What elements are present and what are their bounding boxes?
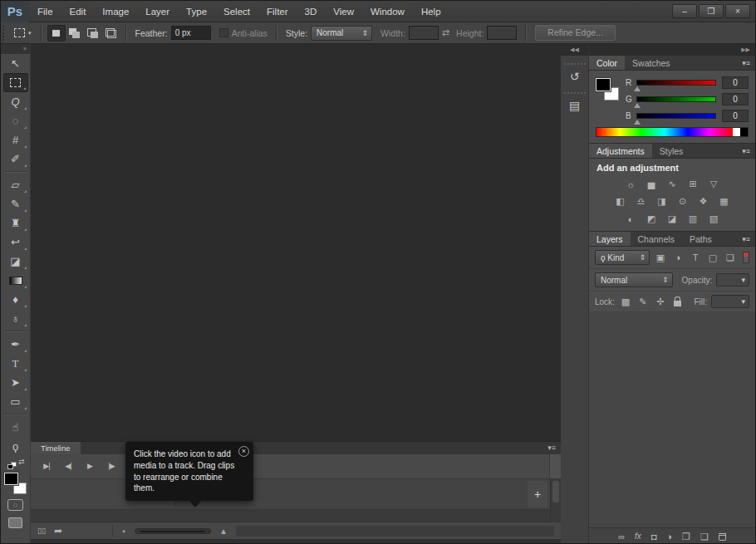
brush-tool-button[interactable]: ✎ bbox=[3, 194, 28, 213]
menu-edit[interactable]: Edit bbox=[61, 1, 95, 22]
style-select[interactable]: Normal ⇕ bbox=[311, 26, 372, 41]
color-panel-menu-icon[interactable]: ▾≡ bbox=[742, 56, 755, 70]
menu-view[interactable]: View bbox=[325, 1, 362, 22]
frames-icon[interactable]: ▯▯ bbox=[37, 527, 46, 535]
photo-filter-icon[interactable]: ⊙ bbox=[675, 195, 690, 208]
color-lookup-icon[interactable]: ▦ bbox=[717, 195, 732, 208]
menu-select[interactable]: Select bbox=[215, 1, 258, 22]
menu-image[interactable]: Image bbox=[94, 1, 137, 22]
exposure-icon[interactable]: ⊞ bbox=[685, 178, 700, 190]
crop-tool-button[interactable]: # bbox=[3, 130, 28, 149]
filter-adjustment-layers-icon[interactable]: ◑ bbox=[671, 252, 685, 262]
selective-color-icon[interactable]: ▧ bbox=[706, 213, 721, 225]
dock-collapse-icon[interactable]: ◀◀ bbox=[561, 44, 588, 56]
go-to-first-frame-button[interactable]: ▶| bbox=[36, 458, 57, 474]
timeline-zoom-slider[interactable] bbox=[135, 528, 211, 534]
filter-type-layers-icon[interactable]: T bbox=[689, 252, 702, 262]
red-value-field[interactable]: 0 bbox=[722, 76, 749, 89]
channel-mixer-icon[interactable]: ❖ bbox=[696, 195, 711, 208]
filter-pixel-layers-icon[interactable]: ▣ bbox=[654, 252, 667, 263]
filter-shape-layers-icon[interactable]: ▢ bbox=[706, 252, 719, 263]
width-input[interactable] bbox=[409, 26, 439, 40]
hue-saturation-icon[interactable]: ◧ bbox=[613, 195, 628, 208]
quick-mask-button[interactable]: ◌ bbox=[7, 499, 23, 511]
vibrance-icon[interactable]: ▽ bbox=[706, 178, 721, 190]
toolbar-collapse-icon[interactable]: » bbox=[1, 44, 30, 54]
refine-edge-button[interactable]: Refine Edge... bbox=[535, 25, 616, 41]
lasso-tool-button[interactable]: Q bbox=[3, 92, 28, 111]
menu-help[interactable]: Help bbox=[413, 1, 449, 22]
black-white-icon[interactable]: ◨ bbox=[655, 195, 670, 208]
color-spectrum-ramp[interactable] bbox=[596, 127, 749, 137]
close-button[interactable]: × bbox=[725, 4, 750, 18]
lock-paint-icon[interactable]: ✎ bbox=[636, 297, 650, 307]
curves-icon[interactable]: ∿ bbox=[665, 178, 680, 190]
new-layer-icon[interactable]: ❏ bbox=[700, 532, 709, 542]
timeline-panel-menu-icon[interactable]: ▾≡ bbox=[547, 442, 561, 454]
layer-group-icon[interactable]: ❒ bbox=[682, 532, 690, 542]
menu-3d[interactable]: 3D bbox=[297, 1, 326, 22]
gradient-tool-button[interactable] bbox=[3, 271, 28, 290]
layer-filter-toggle[interactable] bbox=[743, 252, 749, 263]
subtract-from-selection-button[interactable] bbox=[84, 25, 102, 42]
eyedropper-tool-button[interactable]: ✐ bbox=[3, 149, 28, 169]
green-slider[interactable] bbox=[636, 96, 716, 102]
clone-stamp-tool-button[interactable]: ♜ bbox=[3, 213, 28, 233]
intersect-selection-button[interactable] bbox=[102, 25, 120, 42]
next-frame-button[interactable]: |▶ bbox=[101, 458, 122, 474]
blue-slider[interactable] bbox=[636, 113, 716, 119]
restore-button[interactable]: ❐ bbox=[699, 4, 724, 18]
add-to-selection-button[interactable] bbox=[66, 25, 84, 42]
blur-tool-button[interactable]: ♦ bbox=[3, 290, 28, 309]
scrollbar-thumb[interactable] bbox=[552, 481, 559, 502]
screen-mode-button[interactable] bbox=[8, 517, 22, 528]
threshold-icon[interactable]: ◪ bbox=[665, 213, 680, 225]
default-and-swap-colors[interactable]: ⇄ bbox=[7, 458, 25, 469]
history-brush-tool-button[interactable]: ↩ bbox=[3, 233, 28, 252]
lock-position-icon[interactable]: ✢ bbox=[654, 297, 667, 307]
new-selection-button[interactable] bbox=[47, 25, 66, 42]
layer-effects-icon[interactable]: fx bbox=[635, 532, 641, 541]
zoom-tool-button[interactable]: ϙ bbox=[3, 437, 28, 456]
canvas-pasteboard[interactable] bbox=[31, 44, 561, 441]
spectrum-white-cell[interactable] bbox=[733, 128, 740, 136]
adjustment-layer-icon[interactable]: ◑ bbox=[666, 532, 672, 542]
green-value-field[interactable]: 0 bbox=[722, 93, 749, 105]
type-tool-button[interactable]: T bbox=[3, 354, 28, 373]
adjustments-panel-menu-icon[interactable]: ▾≡ bbox=[742, 144, 755, 158]
tab-adjustments[interactable]: Adjustments bbox=[589, 144, 652, 158]
filter-smart-objects-icon[interactable]: ❏ bbox=[724, 252, 737, 263]
tab-styles[interactable]: Styles bbox=[652, 144, 691, 158]
move-tool-button[interactable]: ↖ bbox=[3, 54, 28, 73]
path-selection-tool-button[interactable]: ➤ bbox=[3, 373, 28, 392]
tab-layers[interactable]: Layers bbox=[589, 232, 631, 246]
lock-all-icon[interactable] bbox=[674, 301, 681, 306]
red-slider[interactable] bbox=[636, 80, 716, 86]
anti-alias-checkbox[interactable] bbox=[219, 28, 228, 37]
link-layers-icon[interactable]: ∞ bbox=[618, 532, 625, 542]
filter-kind-select[interactable]: ϙ Kind ⇕ bbox=[595, 250, 650, 265]
history-panel-button[interactable]: ↺ bbox=[564, 63, 586, 85]
tab-timeline[interactable]: Timeline bbox=[31, 442, 81, 454]
invert-icon[interactable]: ◐ bbox=[623, 213, 638, 225]
foreground-color-swatch[interactable] bbox=[596, 78, 611, 91]
spectrum-gradient[interactable] bbox=[596, 128, 733, 136]
hand-tool-button[interactable]: ☝ bbox=[3, 418, 28, 437]
blend-mode-select[interactable]: Normal ⇕ bbox=[595, 272, 673, 287]
lock-transparency-icon[interactable]: ▩ bbox=[619, 297, 632, 307]
gradient-map-icon[interactable]: ▥ bbox=[685, 213, 700, 225]
dodge-tool-button[interactable]: ♁ bbox=[3, 309, 28, 328]
healing-brush-tool-button[interactable]: ▱ bbox=[3, 175, 28, 194]
layer-mask-icon[interactable]: ◘ bbox=[651, 532, 657, 542]
color-balance-icon[interactable]: ♎ bbox=[634, 195, 649, 208]
foreground-color-swatch[interactable] bbox=[4, 473, 18, 485]
minimize-button[interactable]: – bbox=[672, 4, 697, 18]
menu-window[interactable]: Window bbox=[362, 1, 413, 22]
previous-frame-button[interactable]: ◀| bbox=[57, 458, 79, 474]
spectrum-black-cell[interactable] bbox=[740, 128, 748, 136]
levels-icon[interactable]: ▅ bbox=[644, 178, 659, 190]
posterize-icon[interactable]: ◩ bbox=[644, 213, 659, 225]
menu-filter[interactable]: Filter bbox=[258, 1, 297, 22]
feather-input[interactable] bbox=[171, 26, 211, 40]
tab-color[interactable]: Color bbox=[589, 56, 625, 70]
